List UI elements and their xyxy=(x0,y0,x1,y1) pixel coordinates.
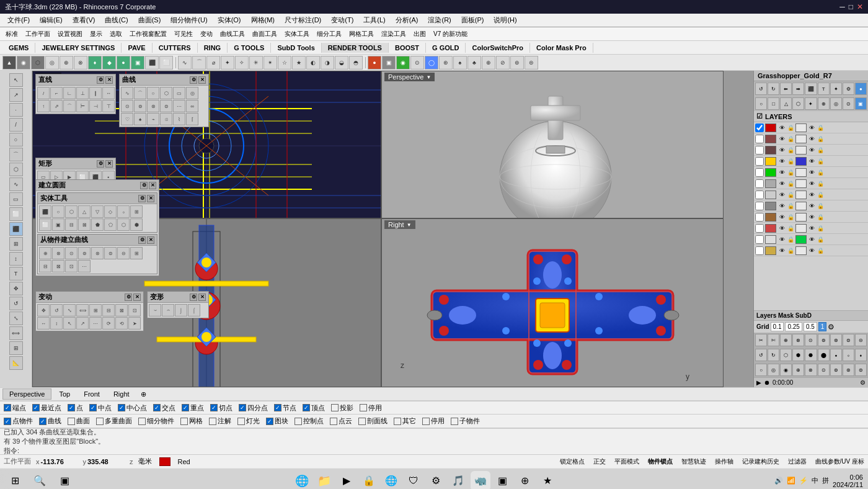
tool-icon-30[interactable]: ◯ xyxy=(425,56,438,70)
layer-3-lock2[interactable]: 🔒 xyxy=(816,146,825,155)
close-button[interactable]: ✕ xyxy=(857,2,863,11)
panel-transform-header[interactable]: 变动 ⚙ ✕ xyxy=(36,292,143,303)
panel-curve-settings[interactable]: ⚙ xyxy=(190,76,197,84)
rb-btn-20[interactable]: ◎ xyxy=(768,364,779,376)
transform-tool-8[interactable]: ⊡ xyxy=(128,304,141,316)
sys-icon-network[interactable]: 📶 xyxy=(787,477,795,485)
layer-2-eye2[interactable]: 👁 xyxy=(807,135,816,143)
layer-2-eye[interactable]: 👁 xyxy=(777,135,786,143)
fromobj-tool-8[interactable]: ⊞ xyxy=(130,247,143,259)
line-tool-11[interactable]: ⊣ xyxy=(89,100,102,112)
shield-icon[interactable]: 🛡 xyxy=(404,471,423,490)
plugin-subd[interactable]: SubD Tools xyxy=(271,43,321,53)
tool-dim[interactable]: ↕ xyxy=(9,252,23,266)
app3-icon[interactable]: ⊕ xyxy=(515,471,535,490)
tool-icon-28[interactable]: ◉ xyxy=(396,56,410,70)
tool-icon-15[interactable]: ⌀ xyxy=(206,56,220,70)
transform-tool-13[interactable]: ⋯ xyxy=(89,317,102,330)
fromobj-tool-4[interactable]: ⊚ xyxy=(78,247,91,259)
tool-array[interactable]: ⊞ xyxy=(9,341,23,355)
layer-3-eye[interactable]: 👁 xyxy=(777,146,786,155)
layer-6-color2[interactable] xyxy=(795,179,807,188)
panel-deform-close[interactable]: ✕ xyxy=(198,294,206,301)
rt-btn-6[interactable]: T xyxy=(818,83,830,95)
tool-icon-31[interactable]: ⊛ xyxy=(439,56,453,70)
snap-surface-check[interactable] xyxy=(68,418,75,425)
curve-tool-5[interactable]: ▭ xyxy=(173,87,185,99)
fromobj-tool-9[interactable]: ⊟ xyxy=(39,260,51,272)
tb-mesh-tools[interactable]: 网格工具 xyxy=(346,29,377,39)
tool-icon-16[interactable]: ✦ xyxy=(221,56,234,70)
snap-tan[interactable]: 切点 xyxy=(210,403,232,413)
snap-block[interactable]: 图块 xyxy=(266,416,288,426)
rb-btn-13[interactable]: ⬢ xyxy=(792,349,804,361)
tool-freeform[interactable]: ∿ xyxy=(9,177,23,191)
fromobj-tool-5[interactable]: ⊛ xyxy=(91,247,104,259)
deform-tool-3[interactable]: ⌡ xyxy=(175,304,187,316)
tool-icon-25[interactable]: ◓ xyxy=(349,56,363,70)
snap-mesh-obj[interactable]: 网格 xyxy=(180,416,203,426)
menu-surface[interactable]: 曲面(S) xyxy=(133,14,166,26)
menu-help[interactable]: 说明(H) xyxy=(489,14,521,26)
menu-mesh[interactable]: 网格(M) xyxy=(246,14,280,26)
rb-btn-4[interactable]: ⊗ xyxy=(792,334,804,346)
layer-9-lock[interactable]: 🔒 xyxy=(786,213,795,222)
tool-rotate[interactable]: ↺ xyxy=(9,297,23,310)
plane-mode[interactable]: 平面模式 xyxy=(614,457,639,466)
plugin-pave[interactable]: PAVE xyxy=(122,43,152,53)
tool-icon-1[interactable]: ▲ xyxy=(2,56,16,70)
transform-tool-2[interactable]: ↺ xyxy=(50,304,63,316)
layer-row-5[interactable]: 👁 🔒 👁 🔒 xyxy=(754,167,868,178)
filter[interactable]: 过滤器 xyxy=(788,457,807,466)
rb-btn-14[interactable]: ⬣ xyxy=(805,349,817,361)
rb-btn-3[interactable]: ⊕ xyxy=(780,334,792,346)
layer-4-lock2[interactable]: 🔒 xyxy=(816,157,825,166)
panel-curve-header[interactable]: 曲线 ⚙ ✕ xyxy=(120,74,208,86)
sys-ime1[interactable]: 中 xyxy=(812,476,818,485)
menu-view[interactable]: 查看(V) xyxy=(68,14,100,26)
tb-subd-tools[interactable]: 细分工具 xyxy=(314,29,345,39)
layer-5-check[interactable] xyxy=(755,168,764,177)
menu-render[interactable]: 渲染(R) xyxy=(423,14,456,26)
curve-tool-17[interactable]: ⌇ xyxy=(173,113,185,125)
app4-icon[interactable]: ★ xyxy=(538,471,557,490)
rb-btn-27[interactable]: ⊜ xyxy=(855,364,867,376)
layer-8-color2[interactable] xyxy=(795,202,807,210)
snap-knot-check[interactable] xyxy=(274,404,281,411)
snap-light[interactable]: 灯光 xyxy=(237,416,260,426)
tool-icon-27[interactable]: ▣ xyxy=(382,56,396,70)
snap-pc-check[interactable] xyxy=(330,418,337,425)
ortho-icon[interactable]: 正交 xyxy=(593,457,606,466)
tool-icon-19[interactable]: ✴ xyxy=(264,56,277,70)
fromobj-tool-12[interactable]: ⋯ xyxy=(78,260,91,272)
solid-tool-16[interactable]: ⬢ xyxy=(130,218,143,231)
obj-snap[interactable]: 物件锁点 xyxy=(648,457,673,466)
plugin-jewelry[interactable]: JEWELERY SETTINGS xyxy=(35,43,122,53)
curve-tool-6[interactable]: ◎ xyxy=(186,87,198,99)
rt-btn-7[interactable]: ✦ xyxy=(830,83,842,95)
layer-9-check[interactable] xyxy=(755,213,764,222)
layer-7-eye[interactable]: 👁 xyxy=(777,191,786,199)
record-history[interactable]: 记录建构历史 xyxy=(742,457,779,466)
curve-tool-16[interactable]: ⟃ xyxy=(160,113,172,125)
panel-solid-close[interactable]: ✕ xyxy=(147,195,154,202)
rb-btn-25[interactable]: ⊚ xyxy=(830,364,842,376)
layer-4-eye2[interactable]: 👁 xyxy=(807,157,816,166)
tool-icon-13[interactable]: ∿ xyxy=(178,56,192,70)
tool-poly[interactable]: ⬡ xyxy=(9,163,23,176)
layer-row-11[interactable]: 👁 🔒 👁 🔒 xyxy=(754,234,868,245)
tb-solid-tools[interactable]: 实体工具 xyxy=(281,29,312,39)
tool-icon-34[interactable]: ⊕ xyxy=(482,56,495,70)
tool-text[interactable]: T xyxy=(9,267,23,280)
gumball[interactable]: 操作轴 xyxy=(715,457,733,466)
layer-11-color2[interactable] xyxy=(795,235,807,244)
panel-transform-close[interactable]: ✕ xyxy=(133,294,141,301)
tool-icon-36[interactable]: ⊚ xyxy=(510,56,524,70)
layer-8-eye[interactable]: 👁 xyxy=(777,202,786,210)
snap-point-check[interactable] xyxy=(68,404,75,411)
app2-icon[interactable]: ▣ xyxy=(493,471,513,490)
tool-solid[interactable]: ⬛ xyxy=(9,222,23,236)
fromobj-tool-3[interactable]: ⊙ xyxy=(65,247,78,259)
layer-row-10[interactable]: 👁 🔒 👁 🔒 xyxy=(754,223,868,234)
solid-tool-13[interactable]: ⬟ xyxy=(91,218,104,231)
